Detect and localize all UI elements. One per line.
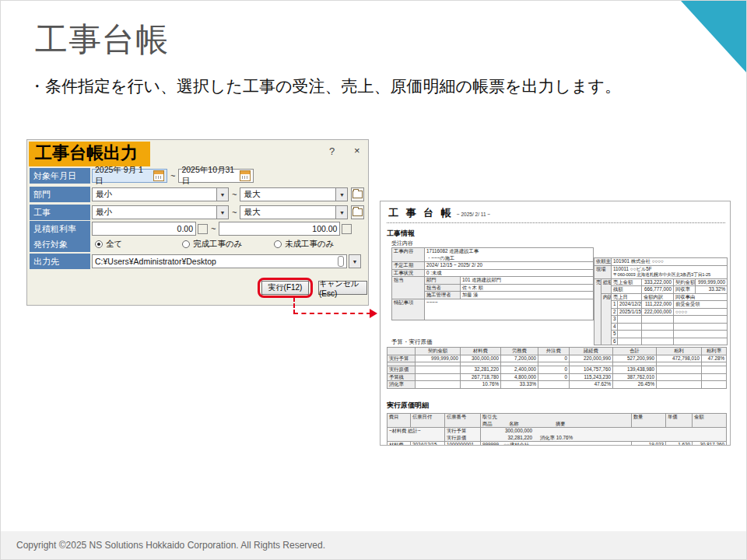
close-icon[interactable]: × [354, 145, 360, 156]
order-right-table: 依頼主 101901 株式会社 ○○○○ 現場 110011 ○○ビル5F 〒0… [594, 257, 728, 345]
budget-header: 粗利 [657, 348, 702, 355]
project-browse-button[interactable] [351, 205, 364, 219]
issue-target-row: 発行対象 全て 完成工事のみ 未成工事のみ [30, 236, 335, 252]
arrow-vertical-segment [293, 297, 295, 314]
output-dialog: 工事台帳出力 ? × 対象年月日 2025年 9月 1日 ~ 2025年10月3… [26, 139, 369, 306]
order-left-table: 工事内容 17116082 道路建設工事 ・~~~の施工 予定工期 2024/ … [391, 247, 594, 320]
budget-cell: 4,800,000 [501, 373, 538, 381]
output-path-dropdown-button[interactable]: ▼ [349, 254, 361, 268]
bd-amount [642, 316, 674, 324]
date-from-input[interactable]: 2025年 9月 1日 [92, 169, 167, 183]
work-label: 工事内容 [392, 248, 425, 262]
sales-amount-value: 333,222,000 [642, 278, 674, 286]
department-to-select[interactable]: 最大 ▼ [240, 187, 348, 201]
department-label: 部門 [30, 187, 90, 202]
bd-no: 3 [612, 316, 618, 324]
budget-cell: 220,000,990 [570, 355, 613, 362]
radio-selected-icon[interactable] [95, 240, 103, 248]
slide: 工事台帳 ・条件指定を行い、選択した工事の受注、売上、原価明細の帳票を出力します… [0, 0, 747, 560]
detail-no: 1000000001 [445, 442, 481, 446]
bd-amount [642, 338, 674, 345]
margin-rate-label: 見積粗利率 [30, 221, 90, 236]
chevron-down-icon[interactable]: ▼ [216, 205, 229, 219]
budget-cell [416, 381, 461, 389]
bd-no: 5 [612, 331, 618, 338]
radio-icon[interactable] [182, 240, 190, 248]
breakdown-row: 5 [594, 331, 728, 338]
help-icon[interactable]: ? [329, 145, 335, 157]
section-work-info: 工事情報 [387, 229, 415, 239]
date-to-input[interactable]: 2025年10月31日 [178, 169, 254, 183]
chevron-down-icon[interactable]: ▼ [335, 187, 348, 201]
bd-reason [674, 331, 728, 338]
footer-bar: Copyright ©2025 NS Solutions Hokkaido Co… [1, 531, 746, 559]
bd-date [618, 316, 642, 324]
calendar-icon[interactable] [153, 170, 164, 181]
bd-amount-header: 金額内訳 [642, 293, 674, 301]
chevron-down-icon[interactable]: ▼ [335, 205, 348, 219]
manager-value: 加藤 湊 [461, 292, 594, 299]
detail-row: 材料費 2024/12/15 1000000001 999999 ○○建材会社 … [388, 442, 727, 446]
subtotal-cost-label: 実行原価 [447, 435, 479, 442]
department-from-select[interactable]: 最小 ▼ [92, 187, 229, 201]
bd-no: 4 [612, 323, 618, 331]
project-to-select[interactable]: 最大 ▼ [240, 205, 348, 219]
date-range-label: 対象年月日 [30, 168, 90, 184]
radio-incomplete[interactable]: 未成工事のみ [274, 239, 335, 250]
section-budget: 予算・実行原価 [391, 338, 433, 346]
budget-cell [702, 366, 727, 374]
dept-value: 101 道路建設部門 [461, 277, 594, 285]
sales-amount-label: 売上金額 [612, 278, 642, 286]
status-value: 0 :未成 [425, 269, 594, 277]
radio-icon[interactable] [274, 240, 282, 248]
department-browse-button[interactable] [351, 187, 364, 201]
bd-no: 6 [612, 338, 618, 345]
bd-reason [674, 316, 728, 324]
margin-to-input[interactable]: 100.00 [219, 222, 340, 236]
chevron-down-icon[interactable]: ▼ [216, 187, 229, 201]
budget-cell: 115,243,230 [570, 373, 613, 381]
corner-triangle-decoration [681, 1, 746, 72]
department-row: 部門 最小 ▼ ~ 最大 ▼ [30, 187, 364, 202]
margin-from-input[interactable]: 0.00 [92, 222, 196, 236]
budget-cell: 2,400,000 [501, 366, 538, 374]
breakdown-label: 内訳 [601, 293, 612, 345]
detail-header-product: 商品 [482, 421, 509, 428]
contract-label: 契約金額 [674, 278, 696, 286]
cancel-button[interactable]: キャンセル(Esc) [318, 281, 367, 295]
budget-header: 諸経費 [570, 348, 613, 355]
budget-cell: 0 [538, 355, 570, 362]
budget-cell: 10.76% [461, 381, 501, 389]
calendar-icon[interactable] [240, 170, 251, 181]
bd-date: 2025/1/15 [618, 308, 642, 316]
budget-row: 実行原価 32,281,220 2,400,000 0 104,757,760 … [388, 366, 727, 374]
date-to-value: 2025年10月31日 [181, 165, 237, 187]
bd-date [618, 338, 642, 345]
notes-label: 特記事項 [392, 299, 425, 320]
bd-no: 1 [612, 301, 618, 309]
margin-to-value: 100.00 [312, 224, 337, 233]
calculator-icon[interactable] [342, 224, 352, 234]
detail-table: 費目 伝票日付 伝票番号 取引先 商品 名称 摘要 数量 単価 金額 ~材料費 … [387, 413, 727, 446]
bullet-text: ・条件指定を行い、選択した工事の受注、売上、原価明細の帳票を出力します。 [29, 75, 621, 97]
calculator-icon[interactable] [198, 224, 208, 234]
folder-icon [352, 191, 363, 198]
budget-cell [416, 366, 461, 374]
issue-target-label: 発行対象 [30, 236, 90, 252]
budget-cell: 0 [538, 366, 570, 374]
radio-completed[interactable]: 完成工事のみ [182, 239, 274, 250]
section-order: 受注内容 [391, 240, 413, 247]
subtotal-label: ~材料費 総計~ [388, 428, 445, 442]
output-path-input[interactable]: C:¥Users¥Administrator¥Desktop [92, 254, 347, 268]
budget-header: 外注費 [538, 348, 570, 355]
output-path-label: 出力先 [30, 254, 90, 269]
detail-header: 伝票日付 [411, 414, 445, 428]
site-line2: 〒060-0003 北海道札幌市中央区北3条西3丁目1-25 [613, 272, 725, 278]
paperclip-icon[interactable] [338, 256, 344, 267]
radio-all[interactable]: 全て [95, 239, 182, 250]
budget-cell [702, 373, 727, 381]
report-preview: 工 事 台 帳~ 2025/ 2/ 11 ~ 工事情報 受注内容 工事内容 17… [380, 201, 731, 446]
date-range-row: 対象年月日 2025年 9月 1日 ~ 2025年10月31日 [30, 168, 254, 184]
person-label: 担当者 [425, 284, 461, 292]
project-from-select[interactable]: 最小 ▼ [92, 205, 229, 219]
